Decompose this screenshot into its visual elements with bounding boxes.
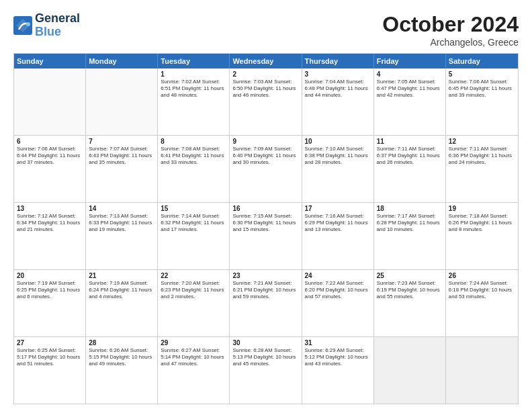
cal-cell-1-6: 4Sunrise: 7:05 AM Sunset: 6:47 PM Daylig… xyxy=(374,68,446,135)
day-number: 10 xyxy=(305,138,371,145)
day-number: 18 xyxy=(377,205,443,212)
cal-cell-2-7: 12Sunrise: 7:11 AM Sunset: 6:36 PM Dayli… xyxy=(446,136,518,202)
cal-cell-5-5: 31Sunrise: 6:29 AM Sunset: 5:12 PM Dayli… xyxy=(302,337,374,404)
day-info: Sunrise: 6:27 AM Sunset: 5:14 PM Dayligh… xyxy=(161,347,226,367)
weekday-header-monday: Monday xyxy=(86,54,158,68)
logo-icon xyxy=(13,16,32,35)
day-info: Sunrise: 7:02 AM Sunset: 6:51 PM Dayligh… xyxy=(161,79,226,99)
day-number: 13 xyxy=(17,205,83,212)
cal-cell-1-2 xyxy=(86,68,158,135)
cal-cell-5-4: 30Sunrise: 6:28 AM Sunset: 5:13 PM Dayli… xyxy=(230,337,302,404)
day-info: Sunrise: 7:06 AM Sunset: 6:44 PM Dayligh… xyxy=(17,146,83,166)
day-number: 25 xyxy=(377,272,443,279)
calendar-row-5: 27Sunrise: 6:25 AM Sunset: 5:17 PM Dayli… xyxy=(14,336,518,404)
cal-cell-3-6: 18Sunrise: 7:17 AM Sunset: 6:28 PM Dayli… xyxy=(374,203,446,269)
day-info: Sunrise: 7:13 AM Sunset: 6:33 PM Dayligh… xyxy=(89,213,154,233)
day-number: 15 xyxy=(161,205,226,212)
day-number: 7 xyxy=(89,138,154,145)
cal-cell-2-1: 6Sunrise: 7:06 AM Sunset: 6:44 PM Daylig… xyxy=(14,136,86,202)
cal-cell-2-6: 11Sunrise: 7:11 AM Sunset: 6:37 PM Dayli… xyxy=(374,136,446,202)
logo-line1: General xyxy=(35,12,80,26)
day-number: 21 xyxy=(89,272,154,279)
cal-cell-4-1: 20Sunrise: 7:19 AM Sunset: 6:25 PM Dayli… xyxy=(14,270,86,336)
day-info: Sunrise: 6:28 AM Sunset: 5:13 PM Dayligh… xyxy=(232,347,298,367)
day-info: Sunrise: 7:24 AM Sunset: 6:18 PM Dayligh… xyxy=(449,280,515,300)
day-number: 8 xyxy=(161,138,226,145)
day-info: Sunrise: 7:18 AM Sunset: 6:26 PM Dayligh… xyxy=(449,213,515,233)
day-number: 11 xyxy=(377,138,443,145)
day-info: Sunrise: 7:20 AM Sunset: 6:23 PM Dayligh… xyxy=(161,280,226,300)
day-number: 24 xyxy=(305,272,371,279)
day-number: 2 xyxy=(232,71,298,78)
day-info: Sunrise: 7:17 AM Sunset: 6:28 PM Dayligh… xyxy=(377,213,443,233)
cal-cell-5-7 xyxy=(446,337,518,404)
day-info: Sunrise: 7:14 AM Sunset: 6:32 PM Dayligh… xyxy=(161,213,226,233)
day-info: Sunrise: 7:03 AM Sunset: 6:50 PM Dayligh… xyxy=(232,79,298,99)
cal-cell-3-7: 19Sunrise: 7:18 AM Sunset: 6:26 PM Dayli… xyxy=(446,203,518,269)
day-info: Sunrise: 7:11 AM Sunset: 6:36 PM Dayligh… xyxy=(449,146,515,166)
cal-cell-3-4: 16Sunrise: 7:15 AM Sunset: 6:30 PM Dayli… xyxy=(230,203,302,269)
cal-cell-2-2: 7Sunrise: 7:07 AM Sunset: 6:43 PM Daylig… xyxy=(86,136,158,202)
day-number: 23 xyxy=(232,272,298,279)
title-block: October 2024 Archangelos, Greece xyxy=(382,12,519,48)
weekday-header-friday: Friday xyxy=(374,54,446,68)
logo: General Blue xyxy=(13,12,80,39)
cal-cell-2-3: 8Sunrise: 7:08 AM Sunset: 6:41 PM Daylig… xyxy=(158,136,230,202)
logo-text: General Blue xyxy=(35,12,80,39)
cal-cell-2-5: 10Sunrise: 7:10 AM Sunset: 6:38 PM Dayli… xyxy=(302,136,374,202)
day-info: Sunrise: 7:16 AM Sunset: 6:29 PM Dayligh… xyxy=(305,213,371,233)
cal-cell-4-3: 22Sunrise: 7:20 AM Sunset: 6:23 PM Dayli… xyxy=(158,270,230,336)
day-number: 17 xyxy=(305,205,371,212)
cal-cell-3-5: 17Sunrise: 7:16 AM Sunset: 6:29 PM Dayli… xyxy=(302,203,374,269)
weekday-header-sunday: Sunday xyxy=(14,54,86,68)
day-number: 16 xyxy=(232,205,298,212)
day-info: Sunrise: 7:04 AM Sunset: 6:48 PM Dayligh… xyxy=(305,79,371,99)
logo-line2: Blue xyxy=(35,26,80,39)
day-number: 29 xyxy=(161,339,226,347)
day-number: 30 xyxy=(232,339,298,347)
calendar-body: 1Sunrise: 7:02 AM Sunset: 6:51 PM Daylig… xyxy=(14,68,518,404)
day-number: 1 xyxy=(161,71,226,78)
day-info: Sunrise: 7:10 AM Sunset: 6:38 PM Dayligh… xyxy=(305,146,371,166)
calendar-row-1: 1Sunrise: 7:02 AM Sunset: 6:51 PM Daylig… xyxy=(14,68,518,135)
day-number: 14 xyxy=(89,205,154,212)
cal-cell-4-7: 26Sunrise: 7:24 AM Sunset: 6:18 PM Dayli… xyxy=(446,270,518,336)
day-info: Sunrise: 6:25 AM Sunset: 5:17 PM Dayligh… xyxy=(17,347,83,367)
cal-cell-4-6: 25Sunrise: 7:23 AM Sunset: 6:19 PM Dayli… xyxy=(374,270,446,336)
day-info: Sunrise: 7:15 AM Sunset: 6:30 PM Dayligh… xyxy=(232,213,298,233)
day-number: 3 xyxy=(305,71,371,78)
day-number: 19 xyxy=(449,205,515,212)
day-number: 28 xyxy=(89,339,154,347)
calendar-row-3: 13Sunrise: 7:12 AM Sunset: 6:34 PM Dayli… xyxy=(14,202,518,269)
day-info: Sunrise: 7:22 AM Sunset: 6:20 PM Dayligh… xyxy=(305,280,371,300)
day-number: 22 xyxy=(161,272,226,279)
day-number: 4 xyxy=(377,71,443,78)
day-number: 5 xyxy=(449,71,515,78)
day-number: 6 xyxy=(17,138,83,145)
calendar-header: SundayMondayTuesdayWednesdayThursdayFrid… xyxy=(14,54,518,68)
day-info: Sunrise: 7:06 AM Sunset: 6:45 PM Dayligh… xyxy=(449,79,515,99)
page: General Blue October 2024 Archangelos, G… xyxy=(0,0,532,411)
weekday-header-tuesday: Tuesday xyxy=(158,54,230,68)
day-info: Sunrise: 7:19 AM Sunset: 6:24 PM Dayligh… xyxy=(89,280,154,300)
day-number: 9 xyxy=(232,138,298,145)
cal-cell-1-5: 3Sunrise: 7:04 AM Sunset: 6:48 PM Daylig… xyxy=(302,68,374,135)
cal-cell-5-1: 27Sunrise: 6:25 AM Sunset: 5:17 PM Dayli… xyxy=(14,337,86,404)
cal-cell-4-4: 23Sunrise: 7:21 AM Sunset: 6:21 PM Dayli… xyxy=(230,270,302,336)
day-info: Sunrise: 6:29 AM Sunset: 5:12 PM Dayligh… xyxy=(305,347,371,367)
weekday-header-saturday: Saturday xyxy=(446,54,518,68)
calendar: SundayMondayTuesdayWednesdayThursdayFrid… xyxy=(13,53,519,404)
cal-cell-4-5: 24Sunrise: 7:22 AM Sunset: 6:20 PM Dayli… xyxy=(302,270,374,336)
day-info: Sunrise: 7:11 AM Sunset: 6:37 PM Dayligh… xyxy=(377,146,443,166)
day-info: Sunrise: 7:09 AM Sunset: 6:40 PM Dayligh… xyxy=(232,146,298,166)
cal-cell-3-1: 13Sunrise: 7:12 AM Sunset: 6:34 PM Dayli… xyxy=(14,203,86,269)
cal-cell-5-6 xyxy=(374,337,446,404)
day-info: Sunrise: 7:23 AM Sunset: 6:19 PM Dayligh… xyxy=(377,280,443,300)
day-number: 12 xyxy=(449,138,515,145)
cal-cell-5-3: 29Sunrise: 6:27 AM Sunset: 5:14 PM Dayli… xyxy=(158,337,230,404)
calendar-row-4: 20Sunrise: 7:19 AM Sunset: 6:25 PM Dayli… xyxy=(14,269,518,336)
cal-cell-1-4: 2Sunrise: 7:03 AM Sunset: 6:50 PM Daylig… xyxy=(230,68,302,135)
day-info: Sunrise: 6:26 AM Sunset: 5:15 PM Dayligh… xyxy=(89,347,154,367)
cal-cell-3-3: 15Sunrise: 7:14 AM Sunset: 6:32 PM Dayli… xyxy=(158,203,230,269)
weekday-header-wednesday: Wednesday xyxy=(230,54,302,68)
